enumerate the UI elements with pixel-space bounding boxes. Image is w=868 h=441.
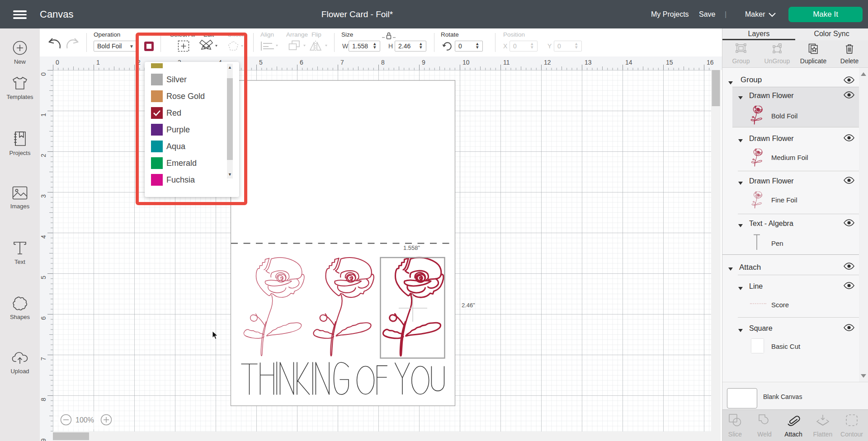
svg-text:0: 0	[40, 72, 47, 76]
svg-text:100%: 100%	[75, 416, 94, 424]
svg-text:12: 12	[544, 59, 551, 66]
svg-text:10: 10	[462, 59, 470, 66]
svg-text:1: 1	[40, 113, 47, 117]
svg-text:11: 11	[503, 59, 510, 66]
svg-text:4: 4	[40, 235, 47, 239]
svg-text:2: 2	[40, 154, 47, 157]
svg-text:1: 1	[96, 59, 100, 66]
svg-text:14: 14	[625, 59, 632, 66]
svg-text:6: 6	[300, 59, 303, 66]
svg-text:5: 5	[40, 276, 47, 279]
svg-text:7: 7	[340, 59, 344, 66]
svg-text:6: 6	[40, 316, 47, 320]
svg-text:3: 3	[40, 194, 47, 198]
svg-text:1.558”: 1.558”	[403, 244, 420, 251]
svg-text:0: 0	[56, 59, 59, 66]
svg-text:7: 7	[40, 357, 47, 361]
svg-text:5: 5	[259, 59, 263, 66]
svg-text:8: 8	[381, 59, 385, 66]
svg-text:15: 15	[666, 59, 673, 66]
svg-text:9: 9	[40, 438, 47, 441]
svg-text:13: 13	[585, 59, 592, 66]
svg-text:2.46”: 2.46”	[462, 302, 475, 309]
svg-text:16: 16	[707, 59, 714, 66]
svg-text:8: 8	[40, 398, 47, 401]
svg-text:9: 9	[422, 59, 425, 66]
